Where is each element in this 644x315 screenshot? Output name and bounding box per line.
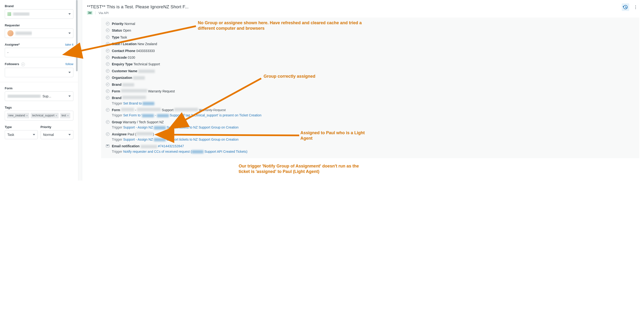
type-label: Type	[5, 125, 12, 129]
history-icon	[623, 5, 628, 9]
chevron-down-icon	[68, 134, 71, 136]
redacted	[174, 108, 198, 111]
redacted-brand-ev	[122, 83, 134, 86]
redacted	[140, 145, 157, 148]
brand-icon	[7, 12, 11, 16]
ticket-link[interactable]: #7414432152847	[158, 144, 184, 148]
tag-remove-icon[interactable]: ×	[55, 114, 57, 117]
requester-select[interactable]	[5, 28, 74, 38]
check-icon	[106, 120, 110, 124]
check-icon	[106, 42, 110, 46]
kebab-icon	[635, 6, 636, 9]
redacted	[142, 114, 154, 117]
take-it-link[interactable]: take it	[65, 43, 74, 46]
followers-select[interactable]	[5, 68, 74, 77]
check-icon	[106, 132, 110, 136]
redacted	[136, 132, 153, 136]
check-icon	[106, 69, 110, 73]
divider	[96, 11, 96, 14]
check-icon	[106, 83, 110, 86]
priority-label: Priority	[40, 125, 52, 129]
trigger-link[interactable]: Support - Assign NZ Support tickets to N…	[123, 138, 239, 141]
avatar	[7, 30, 14, 36]
trigger-link[interactable]: Support - Assign NZ Support tickets to N…	[123, 126, 239, 129]
assignee-select[interactable]: -	[5, 48, 74, 57]
age-badge: 3d	[87, 11, 92, 15]
check-icon	[106, 89, 110, 93]
tag-remove-icon[interactable]: ×	[26, 114, 28, 117]
chevron-down-icon	[68, 32, 71, 34]
check-icon	[106, 76, 110, 79]
check-icon	[106, 56, 110, 59]
history-button[interactable]	[622, 3, 629, 11]
check-icon	[106, 96, 110, 100]
redacted	[137, 108, 161, 111]
trigger-link[interactable]: Notify requester and CCs of received req…	[123, 150, 248, 154]
panel-separator	[78, 0, 82, 180]
event-log: Priority Normal Status Open Type Task St…	[101, 18, 639, 158]
tag-pill[interactable]: new_zealand×	[7, 113, 29, 118]
ticket-sidebar: Brand Requester Assignee* take it -	[0, 0, 78, 180]
via-label: Via API	[98, 11, 108, 15]
redacted-form	[7, 94, 40, 98]
check-icon	[106, 28, 110, 32]
form-label: Form	[5, 86, 12, 90]
type-value: Task	[7, 133, 14, 136]
ticket-main: **TEST** This is a Test. Please IgnoreNZ…	[82, 0, 644, 180]
redacted	[157, 114, 169, 117]
check-icon	[106, 22, 110, 26]
redacted	[154, 138, 166, 141]
check-icon	[106, 49, 110, 52]
redacted	[154, 126, 166, 130]
brand-select[interactable]	[5, 9, 74, 19]
form-suffix: Sup...	[42, 94, 51, 98]
assignee-label: Assignee*	[5, 43, 20, 46]
trigger-link[interactable]: Set Brand to	[123, 102, 154, 105]
priority-select[interactable]: Normal	[40, 130, 74, 139]
requester-label: Requester	[5, 24, 20, 27]
redacted-form-ev	[121, 89, 147, 92]
redacted	[142, 102, 154, 105]
assignee-value: -	[7, 50, 8, 54]
check-icon	[106, 108, 110, 112]
followers-label: Followers	[5, 62, 19, 66]
chevron-down-icon	[33, 134, 35, 136]
redacted-brand	[13, 12, 30, 16]
priority-value: Normal	[43, 133, 54, 136]
tags-input[interactable]: new_zealand× technical_support× test×	[5, 111, 74, 120]
form-select[interactable]: Sup...	[5, 92, 74, 101]
ticket-header: **TEST** This is a Test. Please IgnoreNZ…	[82, 0, 644, 18]
redacted-customer	[138, 70, 155, 73]
tags-label: Tags	[5, 106, 12, 109]
redacted	[122, 96, 146, 99]
ticket-title: **TEST** This is a Test. Please IgnoreNZ…	[87, 4, 639, 10]
redacted-org	[133, 76, 145, 80]
info-icon[interactable]: i	[21, 62, 25, 66]
redacted	[121, 108, 134, 111]
scrollbar-thumb[interactable]	[76, 0, 78, 71]
check-icon	[106, 62, 110, 66]
mail-icon	[106, 145, 110, 147]
chevron-down-icon	[68, 52, 71, 53]
redacted	[192, 150, 204, 154]
trigger-link[interactable]: Set Form to ' - Support' if tag 'technic…	[123, 113, 262, 117]
more-menu-button[interactable]	[632, 3, 639, 11]
divider	[0, 82, 78, 82]
follow-link[interactable]: follow	[66, 62, 74, 66]
type-select[interactable]: Task	[5, 130, 38, 139]
tag-pill[interactable]: test×	[60, 113, 70, 118]
brand-label: Brand	[5, 4, 14, 8]
chevron-down-icon	[68, 72, 71, 73]
tag-pill[interactable]: technical_support×	[31, 113, 59, 118]
chevron-down-icon	[68, 96, 71, 97]
chevron-down-icon	[68, 13, 71, 15]
check-icon	[106, 36, 110, 39]
tag-remove-icon[interactable]: ×	[67, 114, 69, 117]
redacted-requester	[16, 32, 32, 35]
